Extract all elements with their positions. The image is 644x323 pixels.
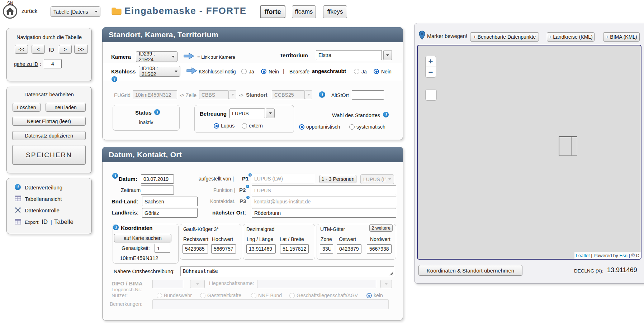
export-id-link[interactable]: ID xyxy=(42,218,48,226)
goto-id-link[interactable]: gehe zu ID xyxy=(14,61,38,67)
bearsafe-nein-radio[interactable] xyxy=(374,69,379,74)
table-select-value: Tabelle [Datens xyxy=(53,9,88,15)
utm-col2-label: Ostwert xyxy=(339,236,356,242)
leaflet-link[interactable]: Leaflet xyxy=(576,253,590,258)
kschluessel-nein-radio[interactable] xyxy=(261,69,266,74)
standort-section-header: Standort, Kamera, Territorium xyxy=(102,27,403,42)
nav-next-button[interactable]: > xyxy=(59,45,72,54)
new-entry-button[interactable]: Neuer Eintrag (leer) xyxy=(12,117,86,126)
kamera-select[interactable]: ID239 : 21R24 xyxy=(136,51,177,62)
landkreise-kml-button[interactable]: + Landkreise (KML) xyxy=(547,32,595,42)
altstort-input[interactable] xyxy=(352,90,384,100)
p1-select[interactable]: LUPUS (LW xyxy=(360,174,394,184)
betreuung-input[interactable] xyxy=(229,109,265,118)
gk-rechtswert-input[interactable] xyxy=(183,244,208,254)
save-button[interactable]: SPEICHERN xyxy=(12,145,86,165)
gk-hochwert-input[interactable] xyxy=(211,244,236,254)
ortsbeschreibung-textarea[interactable]: Bühnaustraße xyxy=(180,266,394,276)
wahl-systematisch-radio[interactable] xyxy=(349,124,355,130)
goto-id-input[interactable] xyxy=(44,59,62,68)
nutzer-bundeswehr-label: Bundeswehr xyxy=(164,293,192,298)
wahl-opportunistisch-radio[interactable] xyxy=(299,124,304,130)
resize-handle[interactable] xyxy=(389,271,393,275)
bndland-input[interactable] xyxy=(142,197,198,206)
bemerkungen-input xyxy=(152,299,389,309)
declng-value: 13.911469 xyxy=(607,266,637,274)
tools-item-datenkontrolle[interactable]: Datenkontrolle xyxy=(25,207,60,213)
nav-id-label: ID xyxy=(49,47,54,53)
bima-kml-button[interactable]: + BIMA (KML) xyxy=(603,32,640,42)
kschluessel-ja-radio[interactable] xyxy=(241,69,247,74)
ort-input[interactable] xyxy=(252,208,396,218)
nav-last-button[interactable]: >> xyxy=(74,45,88,54)
dez-lat-input[interactable] xyxy=(280,244,309,254)
p3-info-icon[interactable] xyxy=(246,196,250,199)
zoom-in-button[interactable]: + xyxy=(425,56,436,67)
app-button-ffkeys[interactable]: ffkeys xyxy=(323,5,347,18)
esri-link[interactable]: Esri xyxy=(619,253,627,258)
broken-marker-image xyxy=(559,136,577,156)
arrow-right-icon[interactable] xyxy=(186,67,197,76)
betreuung-extern-radio[interactable] xyxy=(242,123,247,129)
bearsafe-ja-label: Ja xyxy=(361,69,367,74)
map-viewport[interactable]: + − Leaflet | Powered by Esri | © C xyxy=(417,45,641,260)
p2-info-icon[interactable] xyxy=(246,185,249,188)
tools-item-datenverteilung[interactable]: Datenverteilung xyxy=(25,184,62,191)
landkreis-input[interactable] xyxy=(142,208,198,218)
p2-input[interactable] xyxy=(252,185,396,195)
status-label: Status xyxy=(135,110,152,116)
goto-id-colon: : xyxy=(40,61,41,67)
karte-suchen-button[interactable]: auf Karte suchen xyxy=(114,234,171,242)
marker-pin-icon xyxy=(419,30,425,42)
utm-nordwert-input[interactable] xyxy=(367,244,392,254)
arrow-right-icon[interactable] xyxy=(184,52,194,61)
tools-item-tabellenansicht[interactable]: Tabellenansicht xyxy=(25,196,62,202)
kamera-label: Kamera xyxy=(111,54,131,60)
betreuung-lupus-radio[interactable] xyxy=(214,123,219,129)
territorium-input[interactable] xyxy=(316,50,382,60)
table-select[interactable]: Tabelle [Datens xyxy=(51,6,100,17)
kamera-select-value: ID239 : 21R24 xyxy=(139,51,170,62)
zeitraum-input[interactable] xyxy=(141,185,174,195)
status-info-icon[interactable] xyxy=(154,109,160,115)
home-icon[interactable] xyxy=(3,4,18,20)
utm-ostwert-input[interactable] xyxy=(337,244,361,254)
wahl-opportunistisch-label: opportunistisch xyxy=(306,124,340,130)
app-button-ffcams[interactable]: ffcams xyxy=(292,5,316,18)
genauigkeit-input[interactable] xyxy=(155,244,170,253)
utm-zone-input[interactable] xyxy=(320,244,333,254)
zoom-out-button[interactable]: − xyxy=(425,67,436,78)
datum-info-icon[interactable] xyxy=(112,173,118,179)
export-table-link[interactable]: Tabelle xyxy=(54,218,74,226)
betreuung-dropdown-button[interactable] xyxy=(266,109,275,118)
genauigkeit-label: Genauigkeit: xyxy=(122,245,150,251)
bearsafe-ja-radio[interactable] xyxy=(354,69,359,74)
standort-arrow-label: -> xyxy=(239,92,243,98)
p3-input[interactable] xyxy=(252,197,396,206)
koordinaten-info-icon[interactable] xyxy=(113,225,119,230)
zeitraum-label: Zeitraum: xyxy=(121,187,142,193)
kschloss-select[interactable]: ID103 : 21S02 xyxy=(139,66,180,77)
dez-lng-input[interactable] xyxy=(246,244,276,254)
datenpunkte-button[interactable]: + Benachbarte Datenpunkte xyxy=(470,32,539,42)
nav-first-button[interactable]: << xyxy=(15,45,28,54)
datum-input[interactable] xyxy=(141,174,174,184)
standort-input xyxy=(272,90,305,99)
territorium-dropdown-button[interactable] xyxy=(383,50,392,60)
app-button-fforte[interactable]: fforte xyxy=(260,5,285,18)
p1-input[interactable] xyxy=(252,174,314,183)
duplicate-button[interactable]: Datensatz duplizieren xyxy=(12,131,86,140)
p1-info-icon[interactable] xyxy=(248,173,252,177)
back-link[interactable]: zurück xyxy=(22,8,37,14)
nav-prev-button[interactable]: < xyxy=(32,45,45,54)
kschloss-info-icon[interactable] xyxy=(112,76,117,82)
delete-button[interactable]: Löschen xyxy=(13,103,41,112)
apply-coordinates-button[interactable]: Koordinaten & Standort übernehmen xyxy=(418,265,522,276)
personen-button[interactable]: 1 - 3 Personen xyxy=(319,175,356,183)
altstort-label: AltStOrt xyxy=(331,92,349,98)
utm-more-button[interactable]: 2 weitere xyxy=(369,224,393,232)
wahl-info-icon[interactable] xyxy=(383,112,389,117)
standort-info-icon[interactable] xyxy=(319,91,325,98)
reload-button[interactable]: neu laden xyxy=(46,103,86,112)
layers-button[interactable] xyxy=(425,89,437,101)
